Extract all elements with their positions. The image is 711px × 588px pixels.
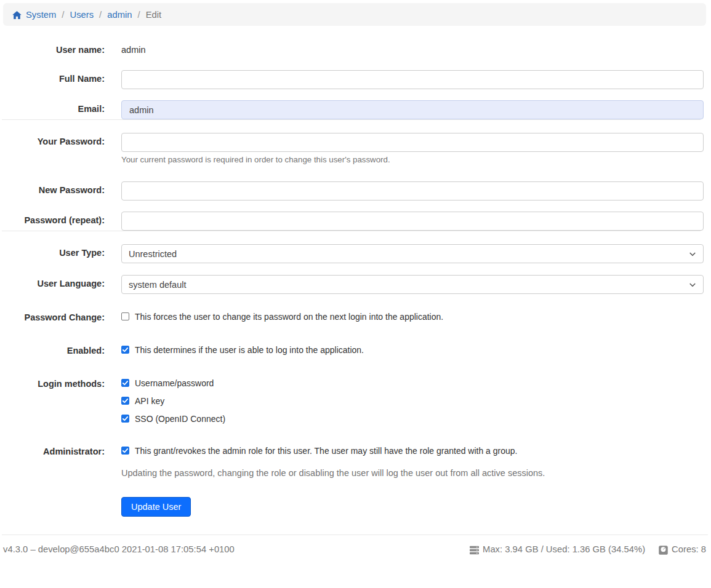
password-change-label: Password Change: — [0, 312, 105, 323]
version-info: v4.3.0 – develop@655a4bc0 2021-01-08 17:… — [3, 544, 235, 554]
email-field[interactable] — [121, 100, 704, 119]
enabled-checkbox-row[interactable]: This determines if the user is able to l… — [121, 345, 704, 355]
your-password-help: Your current password is required in ord… — [121, 155, 704, 164]
enabled-label: Enabled: — [0, 345, 105, 356]
cores-count: Cores: 8 — [672, 544, 706, 554]
section-divider — [2, 119, 701, 120]
user-language-selected-value: system default — [129, 280, 187, 290]
home-icon[interactable] — [12, 10, 22, 20]
your-password-input[interactable] — [121, 133, 704, 152]
user-edit-form: User name: admin Full Name: Email: Your … — [0, 44, 711, 517]
user-type-label: User Type: — [0, 244, 105, 258]
login-method-sso-label: SSO (OpenID Connect) — [135, 414, 225, 424]
your-password-label: Your Password: — [0, 133, 105, 147]
breadcrumb-separator: / — [138, 10, 140, 20]
cores-gauge-icon — [659, 546, 668, 555]
user-language-label: User Language: — [0, 275, 105, 289]
password-change-checkbox-label: This forces the user to change its passw… — [135, 312, 443, 322]
user-type-select[interactable]: Unrestricted — [121, 244, 704, 263]
user-type-selected-value: Unrestricted — [129, 249, 177, 259]
administrator-checkbox[interactable] — [121, 447, 129, 455]
memory-server-icon — [470, 546, 479, 555]
user-name-label: User name: — [0, 44, 105, 55]
session-logout-note: Updating the password, changing the role… — [121, 468, 704, 479]
password-change-checkbox-row[interactable]: This forces the user to change its passw… — [121, 312, 704, 322]
breadcrumb-link-admin[interactable]: admin — [107, 10, 132, 20]
new-password-label: New Password: — [0, 181, 105, 196]
enabled-checkbox[interactable] — [121, 346, 129, 354]
new-password-input[interactable] — [121, 181, 704, 201]
login-method-username-password-label: Username/password — [135, 378, 214, 388]
administrator-checkbox-label: This grant/revokes the admin role for th… — [135, 446, 518, 456]
full-name-label: Full Name: — [0, 70, 105, 84]
update-user-button[interactable]: Update User — [121, 497, 191, 517]
section-divider — [2, 231, 701, 231]
user-language-select[interactable]: system default — [121, 275, 704, 294]
password-repeat-input[interactable] — [121, 212, 704, 231]
breadcrumb-link-system[interactable]: System — [26, 10, 56, 20]
login-method-api-key-checkbox[interactable] — [121, 397, 129, 405]
login-method-sso-checkbox[interactable] — [121, 415, 129, 423]
login-method-sso-row[interactable]: SSO (OpenID Connect) — [121, 414, 704, 424]
full-name-input[interactable] — [121, 70, 704, 89]
login-method-username-password-checkbox[interactable] — [121, 379, 129, 387]
enabled-checkbox-label: This determines if the user is able to l… — [135, 345, 364, 355]
password-repeat-label: Password (repeat): — [0, 212, 105, 226]
password-change-checkbox[interactable] — [121, 312, 129, 320]
memory-usage: Max: 3.94 GB / Used: 1.36 GB (34.54%) — [483, 544, 645, 554]
login-method-username-password-row[interactable]: Username/password — [121, 378, 704, 388]
administrator-checkbox-row[interactable]: This grant/revokes the admin role for th… — [121, 446, 704, 456]
login-method-api-key-row[interactable]: API key — [121, 396, 704, 406]
breadcrumb: System / Users / admin / Edit — [3, 3, 706, 26]
footer: v4.3.0 – develop@655a4bc0 2021-01-08 17:… — [0, 534, 711, 566]
breadcrumb-separator: / — [99, 10, 102, 20]
login-method-api-key-label: API key — [135, 396, 164, 406]
chevron-down-icon — [689, 281, 696, 288]
login-methods-label: Login methods: — [0, 378, 105, 389]
user-name-value: admin — [121, 44, 704, 55]
breadcrumb-current-edit: Edit — [146, 10, 162, 20]
chevron-down-icon — [689, 250, 696, 258]
email-label: Email: — [0, 100, 105, 114]
breadcrumb-link-users[interactable]: Users — [70, 10, 94, 20]
administrator-label: Administrator: — [0, 446, 105, 457]
breadcrumb-separator: / — [62, 10, 64, 20]
